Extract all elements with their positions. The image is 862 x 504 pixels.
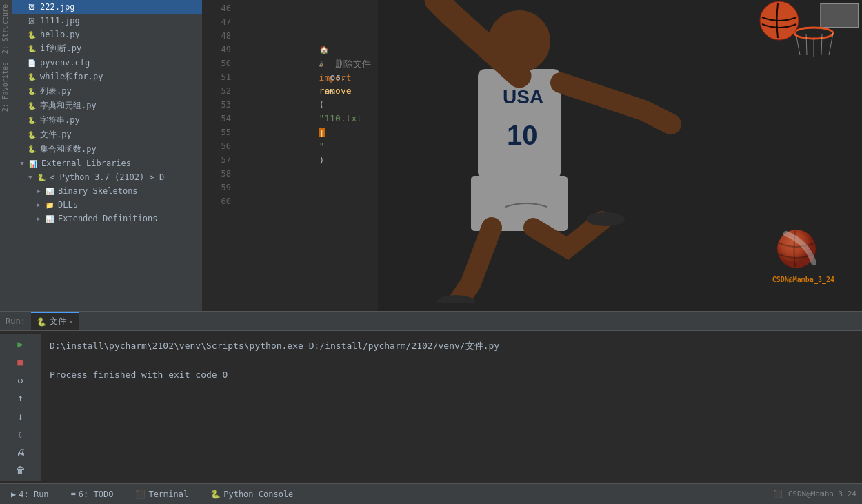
libs-icon: 📊 [28, 158, 39, 169]
sidebar-label-structure[interactable]: 2: Structure [0, 0, 12, 58]
section-label-py37: < Python 3.7 (2102) > D [50, 172, 164, 182]
todo-footer-label: 6: TODO [79, 490, 114, 499]
comment-text-48: # 删除文件 [319, 59, 371, 69]
line-numbers-gutter: 46 47 48 49 50 51 52 53 54 55 56 57 58 5… [202, 0, 237, 311]
python-icon: 🐍 [36, 172, 47, 183]
section-dlls[interactable]: ▶ 📁 DLLs [12, 198, 202, 212]
run-label: Run: [6, 316, 26, 326]
tab-run-label: 文件 [50, 316, 66, 327]
str-close-quote: " [319, 141, 325, 152]
section-label-extlibs: External Libraries [41, 159, 131, 168]
terminal-footer-icon: ⬛ [135, 490, 146, 499]
section-label-extdefs: Extended Definitions [58, 214, 158, 223]
rerun-button[interactable]: ↺ [12, 372, 29, 387]
line-num-55: 55 [202, 125, 237, 139]
file-item-whilefor[interactable]: 🐍 while和for.py [12, 70, 202, 84]
file-item-zidian[interactable]: 🐍 字典和元组.py [12, 99, 202, 113]
file-label-zifu: 字符串.py [40, 114, 80, 126]
expand-arrow-binsk: ▶ [34, 187, 43, 195]
scroll-up-button[interactable]: ↑ [12, 390, 29, 405]
py-icon-jihe: 🐍 [26, 144, 37, 155]
code-line-60 [243, 194, 371, 208]
file-label-hellopy: hello.py [40, 30, 80, 39]
py-icon-hello: 🐍 [26, 29, 37, 40]
py-icon-zifu: 🐍 [26, 115, 37, 126]
file-item-zifu[interactable]: 🐍 字符串.py [12, 113, 202, 128]
file-tree-sidebar: 🖼 222.jpg 🖼 1111.jpg 🐍 hello.py 🐍 if判断.p… [12, 0, 202, 311]
run-footer-icon: ▶ [11, 490, 16, 499]
file-item-pyvenv[interactable]: 📄 pyvenv.cfg [12, 56, 202, 70]
terminal-line-1: D:\install\pycharm\2102\venv\Scripts\pyt… [50, 339, 854, 354]
line-num-47: 47 [202, 15, 237, 29]
file-item-jihe[interactable]: 🐍 集合和函数.py [12, 142, 202, 157]
file-label-wenjian: 文件.py [40, 129, 72, 141]
python-console-footer-icon: 🐍 [210, 490, 221, 499]
python-console-footer-label: Python Console [223, 490, 293, 499]
paren-open: ( [319, 99, 325, 110]
stop-button[interactable]: ■ [12, 354, 29, 370]
file-item-liebiao[interactable]: 🐍 列表.py [12, 84, 202, 99]
left-vertical-labels: 2: Structure 2: Favorites [0, 0, 12, 311]
expand-arrow-extdefs: ▶ [34, 214, 43, 223]
code-line-46 [243, 1, 371, 15]
tab-close-btn[interactable]: × [69, 318, 73, 325]
sidebar-label-favorites[interactable]: 2: Favorites [0, 58, 12, 116]
extdefs-icon: 📊 [44, 213, 55, 224]
section-extended-defs[interactable]: ▶ 📊 Extended Definitions [12, 212, 202, 225]
footer-tab-todo[interactable]: ≡ 6: TODO [66, 487, 119, 502]
line-num-57: 57 [202, 153, 237, 167]
cfg-icon: 📄 [26, 57, 37, 68]
py-icon-if: 🐍 [26, 43, 37, 54]
dlls-icon: 📁 [44, 199, 55, 210]
main-container: 2: Structure 2: Favorites 🖼 222.jpg 🖼 11… [0, 0, 862, 504]
file-item-ifduan[interactable]: 🐍 if判断.py [12, 41, 202, 56]
code-line-59 [243, 181, 371, 194]
py-icon-zidian: 🐍 [26, 101, 37, 112]
line-num-59: 59 [202, 181, 237, 194]
tab-run-wenjian[interactable]: 🐍 文件 × [31, 312, 79, 330]
terminal-footer-label: Terminal [148, 490, 188, 499]
file-item-hellopy[interactable]: 🐍 hello.py [12, 28, 202, 41]
file-item-1111jpg[interactable]: 🖼 1111.jpg [12, 14, 202, 28]
file-label-zidian: 字典和元组.py [40, 100, 97, 112]
code-editor-panel: 46 47 48 49 50 51 52 53 54 55 56 57 58 5… [202, 0, 862, 311]
func-remove: remove [319, 85, 352, 96]
file-item-wenjian[interactable]: 🐍 文件.py [12, 128, 202, 142]
py-icon-wenjian: 🐍 [26, 130, 37, 141]
line-num-58: 58 [202, 167, 237, 181]
expand-arrow-py37: ▼ [26, 173, 34, 181]
bottom-panel: Run: 🐍 文件 × ▶ ■ ↺ ↑ ↓ ⇩ 🖨 🗑 D:\in [0, 311, 862, 483]
footer-tab-run[interactable]: ▶ 4: Run [6, 487, 54, 502]
file-label-liebiao: 列表.py [40, 85, 72, 97]
clear-button[interactable]: 🗑 [12, 463, 29, 478]
todo-footer-icon: ≡ [71, 490, 76, 499]
line-num-48: 48 [202, 29, 237, 43]
section-external-libs[interactable]: ▼ 📊 External Libraries [12, 157, 202, 170]
file-label-pyvenv: pyvenv.cfg [40, 58, 90, 68]
wrap-button[interactable]: ⇩ [12, 427, 29, 442]
line-num-52: 52 [202, 84, 237, 98]
footer-tab-python-console[interactable]: 🐍 Python Console [205, 487, 299, 502]
file-label-1111jpg: 1111.jpg [40, 16, 80, 26]
line-num-56: 56 [202, 139, 237, 153]
line-num-49: 49 [202, 43, 237, 57]
line-num-54: 54 [202, 112, 237, 125]
section-label-dlls: DLLs [58, 200, 78, 210]
section-binary-skeletons[interactable]: ▶ 📊 Binary Skeletons [12, 184, 202, 198]
code-content[interactable]: 🏠 # 删除文件 ⚠ import os os. remove ( [237, 0, 378, 311]
terminal-line-2 [50, 354, 854, 368]
footer-tab-terminal[interactable]: ⬛ Terminal [130, 487, 194, 502]
watermark-area: CSDN@Mamba_3_24 [772, 228, 834, 283]
section-python37[interactable]: ▼ 🐍 < Python 3.7 (2102) > D [12, 170, 202, 184]
run-text: Run: [6, 316, 26, 326]
terminal-output-area: D:\install\pycharm\2102\venv\Scripts\pyt… [41, 334, 862, 481]
print-button[interactable]: 🖨 [12, 445, 29, 460]
play-button[interactable]: ▶ [12, 336, 29, 352]
scroll-down-button[interactable]: ↓ [12, 409, 29, 424]
line-num-50: 50 [202, 57, 237, 70]
code-line-47 [243, 15, 371, 29]
line-num-60: 60 [202, 194, 237, 208]
content-area: 2: Structure 2: Favorites 🖼 222.jpg 🖼 11… [0, 0, 862, 311]
bottom-tab-bar: Run: 🐍 文件 × [0, 312, 862, 331]
file-item-222jpg[interactable]: 🖼 222.jpg [12, 0, 202, 14]
